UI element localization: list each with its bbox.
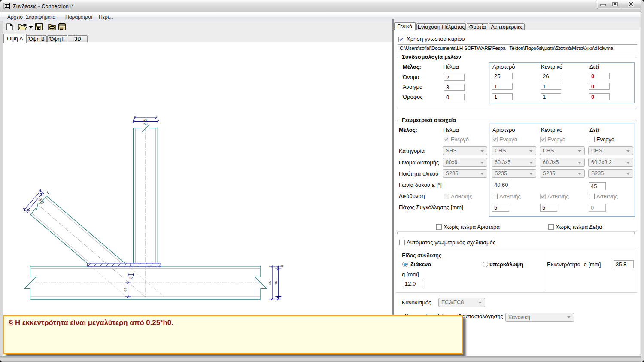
svg-text:50: 50 — [143, 118, 147, 122]
svg-text:60: 60 — [144, 122, 148, 126]
svg-text:12: 12 — [129, 276, 133, 280]
svg-text:5: 5 — [46, 190, 50, 195]
svg-text:5: 5 — [27, 208, 31, 212]
svg-text:36: 36 — [123, 288, 127, 292]
svg-text:68: 68 — [274, 280, 278, 284]
svg-text:80: 80 — [268, 280, 272, 284]
svg-text:6: 6 — [276, 296, 280, 298]
svg-text:6: 6 — [280, 265, 284, 267]
